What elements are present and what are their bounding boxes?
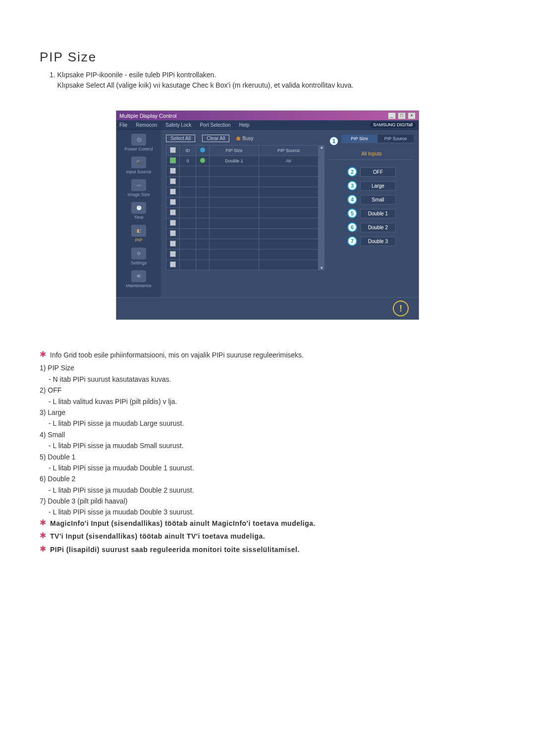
tab-pip-source[interactable]: PIP Source	[377, 135, 414, 143]
scroll-down-icon[interactable]: ▼	[320, 266, 323, 270]
row-pip-size	[210, 229, 259, 239]
row-pip-size	[210, 198, 259, 208]
sidebar-item-image-size[interactable]: ▭ Image Size	[116, 179, 161, 197]
table-row[interactable]: 0Double 1AV	[166, 156, 319, 166]
col-id: ID	[180, 146, 196, 156]
row-id: 0	[180, 156, 196, 166]
sidebar-item-power[interactable]: ⏻ Power Control	[116, 134, 161, 151]
image-icon: ▭	[131, 179, 146, 191]
titlebar: Multiple Display Control _ □ ×	[116, 111, 419, 120]
scroll-up-icon[interactable]: ▲	[320, 145, 323, 150]
menu-file[interactable]: File	[119, 122, 127, 128]
close-icon[interactable]: ×	[408, 112, 416, 119]
row-pip-source	[259, 229, 319, 239]
row-checkbox[interactable]	[170, 189, 176, 195]
row-checkbox[interactable]	[170, 178, 176, 184]
row-pip-source	[259, 198, 319, 208]
minimize-icon[interactable]: _	[388, 112, 396, 119]
table-row[interactable]	[166, 198, 319, 208]
row-pip-source	[259, 250, 319, 260]
row-pip-source: AV	[259, 156, 319, 166]
row-pip-source	[259, 166, 319, 177]
checkbox-header-icon[interactable]	[170, 147, 176, 153]
table-row[interactable]	[166, 177, 319, 187]
star-icon: ✱	[40, 350, 46, 359]
row-checkbox[interactable]	[170, 157, 176, 163]
row-id	[180, 198, 196, 208]
row-checkbox[interactable]	[170, 241, 176, 247]
sidebar-item-pip[interactable]: ◧ PIP	[116, 225, 161, 243]
row-id	[180, 239, 196, 250]
table-row[interactable]	[166, 187, 319, 198]
row-pip-source	[259, 177, 319, 187]
tab-pip-size[interactable]: PIP Size	[341, 135, 377, 143]
table-row[interactable]	[166, 229, 319, 239]
window-title: Multiple Display Control	[119, 113, 177, 119]
table-row[interactable]	[166, 239, 319, 250]
row-checkbox[interactable]	[170, 251, 176, 257]
menu-help[interactable]: Help	[239, 122, 250, 128]
table-row[interactable]	[166, 208, 319, 218]
row-id	[180, 218, 196, 229]
option-double 2-button[interactable]: Double 2	[360, 223, 396, 232]
sidebar-item-input[interactable]: 🔌 Input Source	[116, 156, 161, 174]
marker-2: 2	[347, 167, 357, 177]
note-item: 5) Double 1- L litab PIPi sisse ja muuda…	[40, 452, 495, 474]
row-checkbox[interactable]	[170, 168, 176, 174]
note-item: 1) PIP Size- N itab PIPi suurust kasutat…	[40, 362, 495, 385]
row-id	[180, 208, 196, 218]
row-id	[180, 177, 196, 187]
clear-all-button[interactable]: Clear All	[202, 135, 229, 142]
marker-1: 1	[329, 137, 338, 146]
sidebar-item-maintenance[interactable]: 🛠 Maintenance	[116, 270, 161, 288]
busy-dot-icon	[236, 137, 240, 141]
table-row[interactable]	[166, 218, 319, 229]
row-pip-source	[259, 239, 319, 250]
right-pane: 1 PIP Size PIP Source All Inputs 2OFF3La…	[329, 135, 414, 292]
note-star: ✱MagicInfo'i Input (sisendallikas) tööta…	[40, 518, 495, 529]
row-id	[180, 229, 196, 239]
power-icon: ⏻	[131, 134, 146, 146]
notes-section: ✱ Info Grid toob esile pıhiinformatsioon…	[40, 350, 495, 555]
note-item: 7) Double 3 (pilt pildi haaval)- L litab…	[40, 496, 495, 518]
note-star: ✱TV'i Input (sisendallikas) töötab ainul…	[40, 531, 495, 542]
table-row[interactable]	[166, 260, 319, 270]
row-id	[180, 250, 196, 260]
row-pip-size	[210, 187, 259, 198]
option-double 3-button[interactable]: Double 3	[360, 237, 396, 246]
table-row[interactable]	[166, 250, 319, 260]
alert-icon: !	[393, 301, 409, 316]
app-window: Multiple Display Control _ □ × File Remo…	[116, 110, 419, 320]
status-header-icon	[200, 148, 205, 152]
menu-safety-lock[interactable]: Safety Lock	[165, 122, 191, 128]
row-checkbox[interactable]	[170, 230, 176, 236]
option-double 1-button[interactable]: Double 1	[360, 209, 396, 218]
row-id	[180, 187, 196, 198]
row-pip-size	[210, 250, 259, 260]
sidebar-item-time[interactable]: 🕐 Time	[116, 202, 161, 220]
intro-line2: Klıpsake Select All (valige kıik) vıi ka…	[57, 81, 354, 89]
option-large-button[interactable]: Large	[360, 181, 396, 191]
col-pip-source: PIP Source	[259, 146, 319, 156]
sidebar-item-settings[interactable]: ⚙ Settings	[116, 248, 161, 265]
row-pip-size: Double 1	[210, 156, 259, 166]
table-row[interactable]	[166, 166, 319, 177]
maximize-icon[interactable]: □	[398, 112, 406, 119]
option-off-button[interactable]: OFF	[360, 167, 396, 177]
row-checkbox[interactable]	[170, 209, 176, 215]
menu-remocon[interactable]: Remocon	[136, 122, 157, 128]
footer-bar: !	[116, 297, 419, 319]
select-all-button[interactable]: Select All	[166, 135, 195, 142]
intro-num: 1.	[50, 71, 55, 79]
row-pip-source	[259, 187, 319, 198]
row-checkbox[interactable]	[170, 199, 176, 205]
marker-3: 3	[347, 181, 357, 191]
menu-port-selection[interactable]: Port Selection	[200, 122, 230, 128]
row-checkbox[interactable]	[170, 261, 176, 267]
scrollbar[interactable]: ▲ ▼	[319, 145, 324, 270]
star-icon: ✱	[40, 531, 46, 540]
intro-line1: Klıpsake PIP-ikoonile - esile tuleb PIPi…	[57, 71, 216, 79]
option-small-button[interactable]: Small	[360, 195, 396, 204]
row-checkbox[interactable]	[170, 220, 176, 226]
marker-5: 5	[347, 208, 357, 218]
